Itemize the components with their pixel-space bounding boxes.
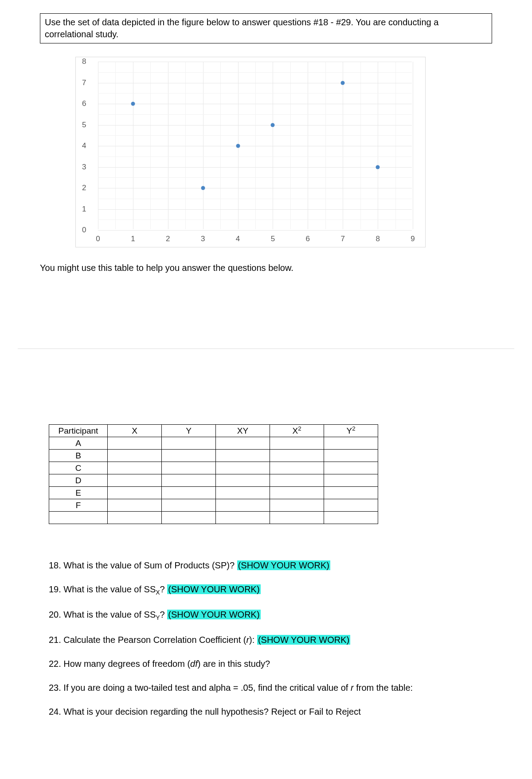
data-point [341, 81, 345, 85]
y-tick-label: 3 [82, 163, 86, 172]
x-tick-label: 4 [236, 235, 240, 243]
question-23: 23. If you are doing a two-tailed test a… [49, 682, 497, 693]
x-tick-label: 1 [131, 235, 135, 243]
instruction-box: Use the set of data depicted in the figu… [40, 13, 492, 43]
table-row: B [49, 450, 378, 462]
y-tick-label: 0 [82, 226, 86, 235]
data-point [376, 165, 380, 169]
y-tick-label: 6 [82, 99, 86, 108]
y-tick-label: 7 [82, 78, 86, 87]
question-list: 18. What is the value of Sum of Products… [49, 560, 497, 717]
x-tick-label: 5 [271, 235, 275, 243]
highlight-show-work: (SHOW YOUR WORK) [237, 560, 330, 570]
table-header: X2 [270, 425, 324, 437]
x-tick-label: 9 [411, 235, 415, 243]
x-tick-label: 7 [340, 235, 344, 243]
table-header: X [108, 425, 162, 437]
data-point [131, 102, 135, 106]
table-row: C [49, 462, 378, 474]
y-tick-label: 2 [82, 184, 86, 192]
x-tick-label: 6 [306, 235, 310, 243]
instruction-text: Use the set of data depicted in the figu… [45, 17, 438, 39]
question-22: 22. How many degrees of freedom (df) are… [49, 658, 497, 669]
question-18: 18. What is the value of Sum of Products… [49, 560, 497, 571]
table-header: Y2 [324, 425, 378, 437]
y-tick-label: 1 [82, 205, 86, 214]
table-row: F [49, 499, 378, 512]
x-tick-label: 3 [201, 235, 205, 243]
page-divider [18, 348, 514, 349]
table-row: A [49, 437, 378, 450]
x-tick-label: 0 [96, 235, 100, 243]
table-row: D [49, 474, 378, 487]
question-21: 21. Calculate the Pearson Correlation Co… [49, 634, 497, 646]
x-tick-label: 2 [166, 235, 170, 243]
data-point [271, 123, 275, 127]
highlight-show-work: (SHOW YOUR WORK) [167, 610, 260, 619]
question-20: 20. What is the value of SSY? (SHOW YOUR… [49, 609, 497, 622]
highlight-show-work: (SHOW YOUR WORK) [257, 635, 350, 645]
y-tick-label: 4 [82, 141, 86, 150]
table-header: Participant [49, 425, 108, 437]
helper-text-content: You might use this table to help you ans… [40, 263, 293, 273]
table-header: Y [162, 425, 216, 437]
highlight-show-work: (SHOW YOUR WORK) [167, 584, 260, 594]
question-19: 19. What is the value of SSX? (SHOW YOUR… [49, 583, 497, 596]
data-point [201, 186, 205, 190]
y-tick-label: 8 [82, 57, 86, 66]
x-tick-label: 8 [376, 235, 379, 243]
data-point [236, 144, 240, 148]
scatter-chart: 0123456789012345678 [75, 57, 426, 247]
question-24: 24. What is your decision regarding the … [49, 706, 497, 717]
computation-table: ParticipantXYXYX2Y2ABCDEF [49, 424, 378, 524]
table-row: E [49, 487, 378, 499]
y-tick-label: 5 [82, 121, 86, 129]
table-header: XY [216, 425, 270, 437]
helper-text: You might use this table to help you ans… [40, 263, 514, 273]
table-row [49, 512, 378, 524]
